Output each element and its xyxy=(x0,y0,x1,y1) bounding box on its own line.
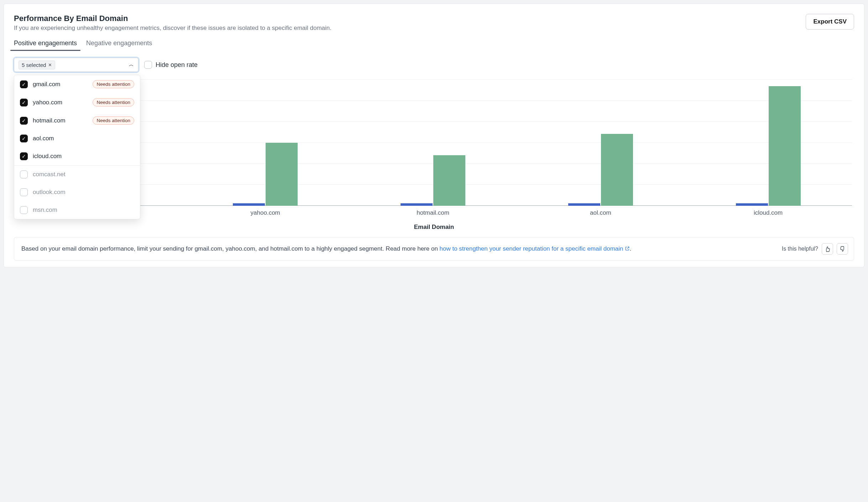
dropdown-option-label: hotmail.com xyxy=(33,117,66,124)
checkbox-icon[interactable]: ✓ xyxy=(20,80,28,88)
bar-group xyxy=(182,80,349,206)
insight-post: . xyxy=(630,245,632,252)
export-csv-button[interactable]: Export CSV xyxy=(806,14,854,30)
checkbox-icon[interactable] xyxy=(20,206,28,214)
checkbox-icon[interactable]: ✓ xyxy=(20,135,28,142)
panel-subtitle: If you are experiencing unhealthy engage… xyxy=(14,25,331,32)
insight-text: Based on your email domain performance, … xyxy=(21,244,776,253)
needs-attention-badge: Needs attention xyxy=(93,116,134,125)
x-tick-label: hotmail.com xyxy=(349,207,517,219)
dropdown-option-label: yahoo.com xyxy=(33,99,62,106)
thumbs-up-button[interactable] xyxy=(822,243,833,255)
dropdown-option-label: aol.com xyxy=(33,135,54,142)
x-tick-label: yahoo.com xyxy=(182,207,349,219)
x-tick-label: aol.com xyxy=(517,207,684,219)
panel-title: Performance By Email Domain xyxy=(14,14,331,23)
dropdown-option-label: msn.com xyxy=(33,206,57,214)
insight-pre: Based on your email domain performance, … xyxy=(21,245,440,252)
helpful-controls: Is this helpful? xyxy=(782,243,848,255)
dropdown-option-label: gmail.com xyxy=(33,81,60,88)
helpful-label: Is this helpful? xyxy=(782,246,818,252)
chevron-up-icon: ︿ xyxy=(129,62,134,68)
bar-group xyxy=(349,80,517,206)
panel-header: Performance By Email Domain If you are e… xyxy=(14,14,854,40)
hide-open-rate-label: Hide open rate xyxy=(156,61,198,69)
domain-multiselect-input[interactable]: 5 selected ✕ ︿ xyxy=(14,58,138,72)
hide-open-rate-checkbox[interactable] xyxy=(144,61,152,69)
click-rate-bar xyxy=(401,203,433,206)
open-rate-bar xyxy=(769,86,801,206)
insight-link[interactable]: how to strengthen your sender reputation… xyxy=(440,245,630,252)
click-rate-bar xyxy=(568,203,600,206)
x-axis-title: Email Domain xyxy=(14,224,854,231)
needs-attention-badge: Needs attention xyxy=(93,80,134,88)
click-rate-bar xyxy=(736,203,768,206)
dropdown-option-yahoo-com[interactable]: ✓yahoo.comNeeds attention xyxy=(14,93,140,111)
tab-negative-engagements[interactable]: Negative engagements xyxy=(86,40,152,51)
open-rate-bar xyxy=(601,134,633,206)
clear-selection-icon[interactable]: ✕ xyxy=(48,62,52,68)
tab-positive-engagements[interactable]: Positive engagements xyxy=(14,40,77,51)
thumbs-up-icon xyxy=(825,246,831,252)
dropdown-option-label: icloud.com xyxy=(33,153,62,160)
needs-attention-badge: Needs attention xyxy=(93,98,134,106)
checkbox-icon[interactable] xyxy=(20,171,28,178)
checkbox-icon[interactable]: ✓ xyxy=(20,99,28,106)
bar-group xyxy=(684,80,852,206)
thumbs-down-icon xyxy=(840,246,846,252)
hide-open-rate-control[interactable]: Hide open rate xyxy=(144,61,198,69)
open-rate-bar xyxy=(266,143,298,206)
x-tick-label: icloud.com xyxy=(684,207,852,219)
dropdown-option-hotmail-com[interactable]: ✓hotmail.comNeeds attention xyxy=(14,111,140,130)
chart-controls: 5 selected ✕ ︿ ✓gmail.comNeeds attention… xyxy=(14,58,854,72)
dropdown-option-outlook-com[interactable]: outlook.com xyxy=(14,183,140,201)
selected-count-label: 5 selected xyxy=(22,62,46,68)
click-rate-bar xyxy=(233,203,265,206)
engagement-tabs: Positive engagements Negative engagement… xyxy=(14,40,854,51)
dropdown-option-comcast-net[interactable]: comcast.net xyxy=(14,166,140,183)
dropdown-option-label: outlook.com xyxy=(33,189,66,196)
checkbox-icon[interactable]: ✓ xyxy=(20,152,28,160)
dropdown-option-icloud-com[interactable]: ✓icloud.com xyxy=(14,147,140,166)
dropdown-option-aol-com[interactable]: ✓aol.com xyxy=(14,130,140,147)
performance-panel: Performance By Email Domain If you are e… xyxy=(4,4,864,267)
bar-group xyxy=(517,80,684,206)
insight-box: Based on your email domain performance, … xyxy=(14,237,854,261)
dropdown-option-gmail-com[interactable]: ✓gmail.comNeeds attention xyxy=(14,75,140,93)
domain-multiselect[interactable]: 5 selected ✕ ︿ ✓gmail.comNeeds attention… xyxy=(14,58,138,72)
open-rate-bar xyxy=(433,155,465,206)
external-link-icon xyxy=(625,246,630,251)
selected-count-chip[interactable]: 5 selected ✕ xyxy=(19,61,55,69)
checkbox-icon[interactable]: ✓ xyxy=(20,117,28,125)
dropdown-option-msn-com[interactable]: msn.com xyxy=(14,201,140,219)
dropdown-option-label: comcast.net xyxy=(33,171,66,178)
thumbs-down-button[interactable] xyxy=(837,243,848,255)
checkbox-icon[interactable] xyxy=(20,188,28,196)
domain-dropdown[interactable]: ✓gmail.comNeeds attention✓yahoo.comNeeds… xyxy=(14,75,140,219)
